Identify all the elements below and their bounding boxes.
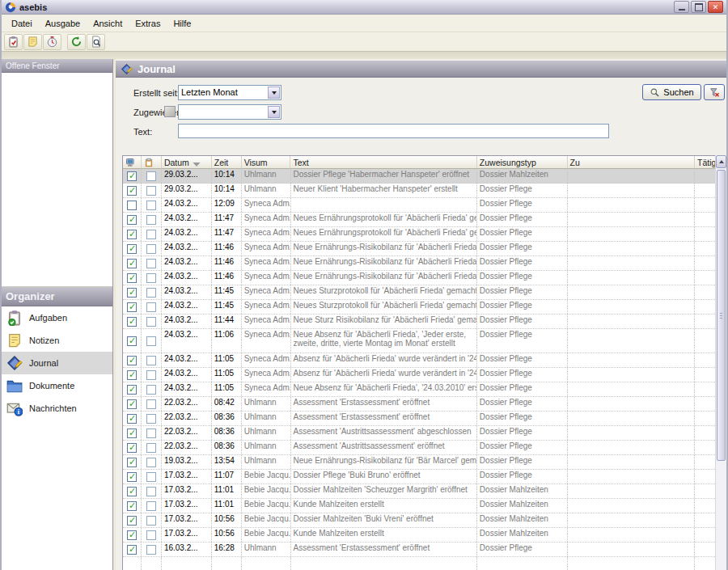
sync-checkbox[interactable] xyxy=(127,259,137,268)
sync-checkbox[interactable] xyxy=(127,230,137,239)
table-row[interactable]: 29.03.2...10:14UhlmannNeuer Klient 'Habe… xyxy=(123,184,718,198)
minimize-button[interactable] xyxy=(674,1,689,13)
table-row[interactable]: 24.03.2...11:46Syneca Adm...Neue Ernähru… xyxy=(123,242,718,256)
sync-checkbox[interactable] xyxy=(127,472,137,482)
sync-checkbox[interactable] xyxy=(127,288,137,298)
print-checkbox[interactable] xyxy=(146,501,156,511)
table-row[interactable]: 17.03.2...11:01Bebie Jacqu...Kunde Mahlz… xyxy=(123,499,718,513)
sync-checkbox[interactable] xyxy=(127,545,137,555)
print-checkbox[interactable] xyxy=(146,230,156,239)
print-checkbox[interactable] xyxy=(146,487,156,496)
print-checkbox[interactable] xyxy=(146,336,156,346)
column-header-visum[interactable]: Visum xyxy=(242,156,291,169)
scroll-up-button[interactable] xyxy=(716,155,726,168)
print-checkbox[interactable] xyxy=(146,429,156,438)
chevron-down-icon[interactable] xyxy=(268,106,280,118)
print-checkbox[interactable] xyxy=(146,356,156,365)
sidebar-item-aufgaben[interactable]: Aufgaben xyxy=(2,306,112,329)
vertical-scrollbar[interactable] xyxy=(715,155,726,570)
sync-checkbox[interactable] xyxy=(127,302,137,312)
sync-checkbox[interactable] xyxy=(127,244,137,254)
menu-item-ansicht[interactable]: Ansicht xyxy=(87,17,129,30)
aktualisieren-button[interactable] xyxy=(67,34,86,50)
table-row[interactable]: 29.03.2...10:14UhlmannDossier Pflege 'Ha… xyxy=(123,169,718,184)
table-row[interactable]: 17.03.2...11:07Bebie Jacqu...Dossier Pfl… xyxy=(123,470,718,484)
table-row[interactable]: 17.03.2...10:56Bebie Jacqu...Dossier Mah… xyxy=(123,513,718,528)
print-checkbox[interactable] xyxy=(146,244,156,254)
table-row[interactable]: 24.03.2...11:47Syneca Adm...Neues Ernähr… xyxy=(123,227,718,242)
sync-checkbox[interactable] xyxy=(127,429,137,438)
sync-checkbox[interactable] xyxy=(127,399,137,409)
table-row[interactable]: 24.03.2...11:46Syneca Adm...Neue Ernähru… xyxy=(123,256,718,271)
table-row[interactable]: 22.03.2...08:42UhlmannAssessment 'Erstas… xyxy=(123,397,718,412)
table-row[interactable]: 24.03.2...12:09Syneca Adm...Dossier Pfle… xyxy=(123,198,718,213)
zeit-button[interactable] xyxy=(43,34,61,50)
table-row[interactable]: 16.03.2...16:28UhlmannAssessment 'Erstas… xyxy=(123,543,718,557)
sync-checkbox[interactable] xyxy=(127,530,137,540)
print-checkbox[interactable] xyxy=(146,530,156,540)
table-row[interactable]: 24.03.2...11:45Syneca Adm...Neues Sturzp… xyxy=(123,285,718,300)
chevron-down-icon[interactable] xyxy=(268,87,280,99)
print-checkbox[interactable] xyxy=(146,516,156,526)
table-row[interactable]: 24.03.2...11:44Syneca Adm...Neue Sturz R… xyxy=(123,315,718,329)
text-filter-input[interactable] xyxy=(178,124,609,138)
print-checkbox[interactable] xyxy=(146,399,156,409)
print-checkbox[interactable] xyxy=(146,317,156,327)
search-button[interactable]: Suchen xyxy=(642,84,701,100)
sidebar-item-notizen[interactable]: Notizen xyxy=(2,329,112,352)
print-checkbox[interactable] xyxy=(146,472,156,482)
column-header-zeit[interactable]: Zeit xyxy=(212,156,242,169)
print-checkbox[interactable] xyxy=(146,171,156,181)
sync-checkbox[interactable] xyxy=(127,414,137,424)
table-row[interactable]: 22.03.2...08:36UhlmannAssessment 'Erstas… xyxy=(123,412,718,426)
menu-item-datei[interactable]: Datei xyxy=(5,17,39,30)
aufgaben-button[interactable] xyxy=(4,34,23,50)
print-checkbox[interactable] xyxy=(146,385,156,395)
column-header-datum[interactable]: Datum xyxy=(162,156,212,169)
print-checkbox[interactable] xyxy=(146,215,156,225)
close-button[interactable]: ✕ xyxy=(708,1,723,13)
print-checkbox[interactable] xyxy=(146,201,156,210)
menu-item-ausgabe[interactable]: Ausgabe xyxy=(39,17,87,30)
person-picker-button[interactable] xyxy=(164,106,176,117)
table-row[interactable]: 24.03.2...11:45Syneca Adm...Neues Sturzp… xyxy=(123,300,718,315)
sync-checkbox[interactable] xyxy=(127,501,137,511)
sidebar-item-dokumente[interactable]: Dokumente xyxy=(2,374,112,397)
table-row[interactable]: 24.03.2...11:05Syneca Adm...Absenz für '… xyxy=(123,353,718,368)
table-row[interactable]: 17.03.2...10:56Bebie Jacqu...Kunde Mahlz… xyxy=(123,528,718,543)
sync-checkbox[interactable] xyxy=(127,487,137,496)
sync-checkbox[interactable] xyxy=(127,356,137,365)
sync-checkbox[interactable] xyxy=(127,516,137,526)
sync-checkbox[interactable] xyxy=(127,458,137,467)
table-row[interactable]: 22.03.2...08:36UhlmannAssessment 'Austri… xyxy=(123,441,718,455)
print-checkbox[interactable] xyxy=(146,443,156,453)
druckvorschau-button[interactable] xyxy=(87,34,105,50)
table-row[interactable]: 24.03.2...11:46Syneca Adm...Neue Ernähru… xyxy=(123,271,718,285)
sync-checkbox[interactable] xyxy=(127,370,137,380)
menu-item-hilfe[interactable]: Hilfe xyxy=(167,17,197,30)
scrollbar-thumb[interactable] xyxy=(717,170,726,461)
table-row[interactable]: 17.03.2...11:01Bebie Jacqu...Dossier Mah… xyxy=(123,484,718,499)
table-row[interactable]: 19.03.2...13:54UhlmannNeue Ernährungs-Ri… xyxy=(123,455,718,470)
open-windows-list[interactable] xyxy=(2,73,112,287)
sync-checkbox[interactable] xyxy=(127,171,137,181)
table-row[interactable]: 24.03.2...11:05Syneca Adm...Neue Absenz … xyxy=(123,382,718,397)
print-checkbox[interactable] xyxy=(146,259,156,268)
notizen-button[interactable] xyxy=(23,34,42,50)
clear-filter-button[interactable] xyxy=(704,84,725,100)
restore-button[interactable] xyxy=(691,1,706,13)
erstellt-seit-select[interactable]: Letzten Monat xyxy=(178,85,281,100)
column-header-print[interactable] xyxy=(142,156,162,169)
column-header-sync[interactable] xyxy=(123,156,142,169)
sync-checkbox[interactable] xyxy=(127,317,137,327)
menu-item-extras[interactable]: Extras xyxy=(129,17,167,30)
column-header-zuweisungstyp[interactable]: Zuweisungstyp xyxy=(477,156,568,169)
table-row[interactable]: 24.03.2...11:47Syneca Adm...Neues Ernähr… xyxy=(123,213,718,227)
zugewiesen-zu-select[interactable] xyxy=(178,104,281,120)
print-checkbox[interactable] xyxy=(146,414,156,424)
table-row[interactable]: 24.03.2...11:06Syneca Adm...Neue Absenz … xyxy=(123,329,718,353)
print-checkbox[interactable] xyxy=(146,273,156,283)
print-checkbox[interactable] xyxy=(146,186,156,196)
sync-checkbox[interactable] xyxy=(127,336,137,346)
sidebar-item-journal[interactable]: Journal xyxy=(2,352,112,374)
